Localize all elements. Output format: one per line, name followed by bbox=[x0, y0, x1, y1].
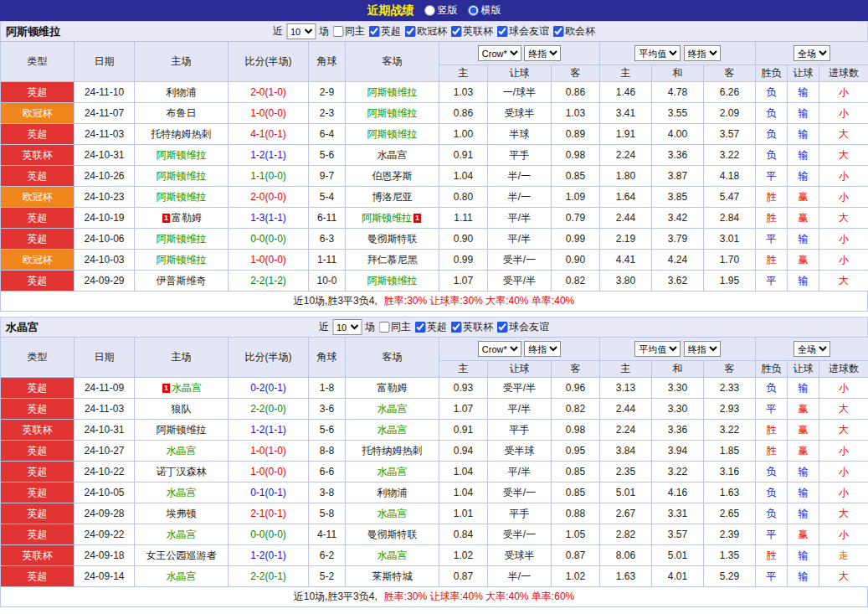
team-cell[interactable]: 布鲁日 bbox=[135, 103, 229, 124]
league-filter-checkbox[interactable] bbox=[404, 26, 415, 37]
score[interactable]: 1-0(0-0) bbox=[229, 103, 309, 124]
average-select[interactable]: 平均值 bbox=[634, 45, 681, 61]
league-filter-checkbox[interactable] bbox=[414, 322, 425, 333]
team-cell[interactable]: 阿斯顿维拉 bbox=[135, 420, 229, 441]
team-cell[interactable]: 阿斯顿维拉 bbox=[135, 229, 229, 250]
team-cell[interactable]: 水晶宫 bbox=[135, 524, 229, 545]
team-cell[interactable]: 利物浦 bbox=[346, 482, 439, 503]
league-filter-checkbox[interactable] bbox=[332, 26, 343, 37]
handicap-result-indicator: 输 bbox=[788, 545, 819, 566]
team-cell[interactable]: 阿斯顿维拉 bbox=[135, 187, 229, 208]
team-cell[interactable]: 水晶宫 bbox=[135, 482, 229, 503]
team-cell[interactable]: 阿斯顿维拉 bbox=[346, 124, 439, 145]
league-filter-checkbox[interactable] bbox=[496, 26, 507, 37]
league-filter-option[interactable]: 同主 bbox=[332, 24, 365, 39]
score[interactable]: 1-2(0-1) bbox=[229, 545, 309, 566]
match-count-select[interactable]: 10 bbox=[332, 319, 362, 335]
team-cell[interactable]: 女王公园巡游者 bbox=[135, 545, 229, 566]
team-cell[interactable]: 曼彻斯特联 bbox=[346, 524, 439, 545]
score[interactable]: 0-2(0-1) bbox=[229, 378, 309, 399]
league-filter-checkbox[interactable] bbox=[378, 322, 389, 333]
score[interactable]: 1-2(1-1) bbox=[229, 145, 309, 166]
score[interactable]: 0-1(0-1) bbox=[229, 482, 309, 503]
team-cell[interactable]: 诺丁汉森林 bbox=[135, 462, 229, 482]
league-filter-option[interactable]: 同主 bbox=[378, 320, 411, 334]
fulltime-select[interactable]: 全场 bbox=[794, 45, 830, 61]
score[interactable]: 4-1(0-1) bbox=[229, 124, 309, 145]
match-count-select[interactable]: 10 bbox=[286, 23, 316, 39]
score[interactable]: 2-0(1-0) bbox=[229, 82, 309, 103]
average-select[interactable]: 平均值 bbox=[634, 341, 681, 357]
horizontal-layout-option[interactable]: 横版 bbox=[468, 3, 501, 18]
team-cell[interactable]: 阿斯顿维拉1 bbox=[346, 208, 439, 229]
team-cell[interactable]: 拜仁慕尼黑 bbox=[346, 250, 439, 271]
team-cell[interactable]: 水晶宫 bbox=[135, 566, 229, 587]
odds-stage-select[interactable]: 终指 bbox=[524, 341, 561, 357]
league-filter-option[interactable]: 英联杯 bbox=[450, 320, 493, 334]
league-filter-option[interactable]: 球会友谊 bbox=[496, 24, 549, 39]
horizontal-layout-radio[interactable] bbox=[468, 5, 479, 16]
score[interactable]: 2-1(0-1) bbox=[229, 503, 309, 524]
league-filter-option[interactable]: 英联杯 bbox=[450, 24, 493, 39]
odds-stage-select-2[interactable]: 终指 bbox=[684, 45, 721, 61]
score[interactable]: 2-0(0-0) bbox=[229, 187, 309, 208]
league-filter-option[interactable]: 英超 bbox=[414, 320, 447, 334]
team-cell[interactable]: 阿斯顿维拉 bbox=[135, 250, 229, 271]
score[interactable]: 1-0(0-0) bbox=[229, 462, 309, 482]
team-cell[interactable]: 水晶宫 bbox=[346, 545, 439, 566]
league-filter-option[interactable]: 英超 bbox=[368, 24, 401, 39]
score[interactable]: 1-2(1-1) bbox=[229, 420, 309, 441]
score[interactable]: 0-0(0-0) bbox=[229, 229, 309, 250]
score[interactable]: 1-3(1-1) bbox=[229, 208, 309, 229]
team-cell[interactable]: 阿斯顿维拉 bbox=[346, 271, 439, 292]
score[interactable]: 0-0(0-0) bbox=[229, 524, 309, 545]
odds-stage-select[interactable]: 终指 bbox=[524, 45, 561, 61]
league-filter-checkbox[interactable] bbox=[450, 26, 461, 37]
team-cell[interactable]: 伊普斯维奇 bbox=[135, 271, 229, 292]
league-filter-checkbox[interactable] bbox=[552, 26, 563, 37]
team-cell[interactable]: 水晶宫 bbox=[346, 462, 439, 482]
odds-stage-select-2[interactable]: 终指 bbox=[684, 341, 721, 357]
vertical-layout-option[interactable]: 竖版 bbox=[424, 3, 458, 18]
team-cell[interactable]: 水晶宫 bbox=[346, 145, 439, 166]
team-cell[interactable]: 富勒姆 bbox=[346, 378, 439, 399]
result-indicator: 负 bbox=[756, 124, 788, 145]
score[interactable]: 2-2(0-0) bbox=[229, 399, 309, 420]
team-cell[interactable]: 利物浦 bbox=[135, 82, 229, 103]
team-cell[interactable]: 博洛尼亚 bbox=[346, 187, 439, 208]
score[interactable]: 2-2(1-2) bbox=[229, 271, 309, 292]
team-cell[interactable]: 阿斯顿维拉 bbox=[346, 103, 439, 124]
score[interactable]: 1-0(1-0) bbox=[229, 441, 309, 462]
team-cell[interactable]: 托特纳姆热刺 bbox=[346, 441, 439, 462]
team-cell[interactable]: 水晶宫 bbox=[135, 441, 229, 462]
league-filter-option[interactable]: 球会友谊 bbox=[496, 320, 549, 334]
score[interactable]: 1-0(0-0) bbox=[229, 250, 309, 271]
score[interactable]: 1-1(0-0) bbox=[229, 166, 309, 187]
team-cell[interactable]: 阿斯顿维拉 bbox=[135, 166, 229, 187]
team-cell[interactable]: 伯恩茅斯 bbox=[346, 166, 439, 187]
bookmaker-select[interactable]: Crow* bbox=[478, 45, 521, 61]
league-filter-checkbox[interactable] bbox=[496, 322, 507, 333]
league-filter-checkbox[interactable] bbox=[368, 26, 379, 37]
league-filter-option[interactable]: 欧会杯 bbox=[552, 24, 595, 39]
handicap-line: 平手 bbox=[488, 503, 552, 524]
score[interactable]: 2-2(0-1) bbox=[229, 566, 309, 587]
team-cell[interactable]: 水晶宫 bbox=[346, 503, 439, 524]
team-cell[interactable]: 曼彻斯特联 bbox=[346, 229, 439, 250]
team-cell[interactable]: 托特纳姆热刺 bbox=[135, 124, 229, 145]
vertical-layout-radio[interactable] bbox=[424, 5, 435, 16]
team-cell[interactable]: 1水晶宫 bbox=[135, 378, 229, 399]
team-cell[interactable]: 1富勒姆 bbox=[135, 208, 229, 229]
team-cell[interactable]: 水晶宫 bbox=[346, 420, 439, 441]
league-filter-checkbox[interactable] bbox=[450, 322, 461, 333]
fulltime-select[interactable]: 全场 bbox=[794, 341, 830, 357]
team-cell[interactable]: 水晶宫 bbox=[346, 399, 439, 420]
team-cell[interactable]: 阿斯顿维拉 bbox=[346, 82, 439, 103]
league-filter-option[interactable]: 欧冠杯 bbox=[404, 24, 447, 39]
team-cell[interactable]: 狼队 bbox=[135, 399, 229, 420]
avg-home-odds: 3.13 bbox=[600, 378, 652, 399]
team-cell[interactable]: 阿斯顿维拉 bbox=[135, 145, 229, 166]
team-cell[interactable]: 埃弗顿 bbox=[135, 503, 229, 524]
team-cell[interactable]: 莱斯特城 bbox=[346, 566, 439, 587]
bookmaker-select[interactable]: Crow* bbox=[478, 341, 521, 357]
